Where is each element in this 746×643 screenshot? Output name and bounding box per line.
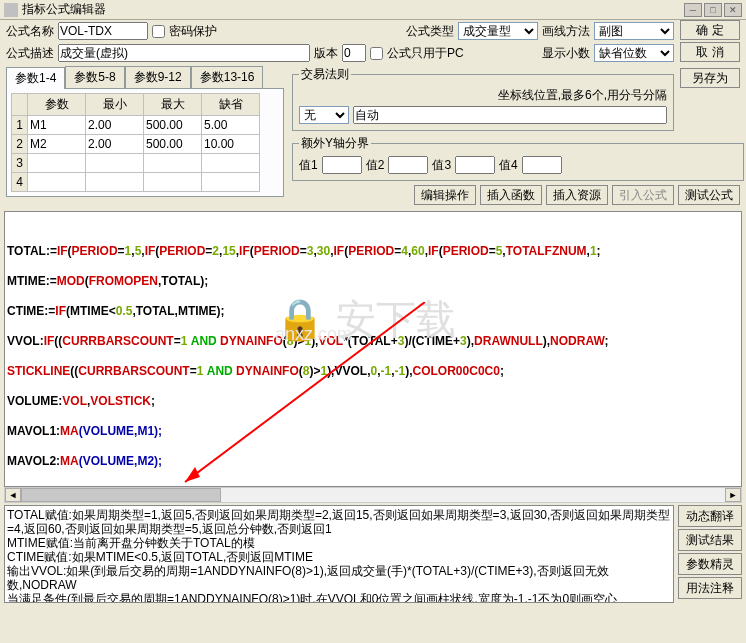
test-button[interactable]: 测试公式 bbox=[678, 185, 740, 205]
quote-button[interactable]: 引入公式 bbox=[612, 185, 674, 205]
param-tabs: 参数1-4 参数5-8 参数9-12 参数13-16 bbox=[0, 66, 290, 88]
col-param: 参数 bbox=[28, 94, 86, 116]
param-row: 3 bbox=[12, 154, 260, 173]
output-line: 当满足条件(到最后交易的周期=1ANDDYNAINFO(8)>1)时,在VVOL… bbox=[7, 592, 671, 603]
param-def-4[interactable] bbox=[202, 173, 259, 191]
type-label: 公式类型 bbox=[406, 23, 454, 40]
testres-button[interactable]: 测试结果 bbox=[678, 529, 742, 551]
rule-hint: 坐标线位置,最多6个,用分号分隔 bbox=[498, 88, 667, 102]
ver-input[interactable] bbox=[342, 44, 366, 62]
param-min-4[interactable] bbox=[86, 173, 143, 191]
y3-label: 值3 bbox=[432, 157, 451, 174]
y3-input[interactable] bbox=[455, 156, 495, 174]
param-min-2[interactable] bbox=[86, 135, 143, 153]
dec-select[interactable]: 缺省位数 bbox=[594, 44, 674, 62]
draw-select[interactable]: 副图 bbox=[594, 22, 674, 40]
cancel-button[interactable]: 取 消 bbox=[680, 42, 740, 62]
scroll-right-icon[interactable]: ► bbox=[725, 488, 741, 502]
output-line: CTIME赋值:如果MTIME<0.5,返回TOTAL,否则返回MTIME bbox=[7, 550, 671, 564]
y1-label: 值1 bbox=[299, 157, 318, 174]
y2-input[interactable] bbox=[388, 156, 428, 174]
horizontal-scrollbar[interactable]: ◄ ► bbox=[4, 487, 742, 503]
window-title: 指标公式编辑器 bbox=[22, 1, 106, 18]
pconly-checkbox[interactable] bbox=[370, 47, 383, 60]
param-row: 4 bbox=[12, 173, 260, 192]
tab-params-5-8[interactable]: 参数5-8 bbox=[65, 66, 124, 88]
type-select[interactable]: 成交量型 bbox=[458, 22, 538, 40]
param-row: 2 bbox=[12, 135, 260, 154]
param-max-2[interactable] bbox=[144, 135, 201, 153]
desc-input[interactable] bbox=[58, 44, 310, 62]
draw-label: 画线方法 bbox=[542, 23, 590, 40]
output-line: 输出VVOL:如果(到最后交易的周期=1ANDDYNAINFO(8)>1),返回… bbox=[7, 564, 671, 592]
close-button[interactable]: ✕ bbox=[724, 3, 742, 17]
dyntrans-button[interactable]: 动态翻译 bbox=[678, 505, 742, 527]
param-max-4[interactable] bbox=[144, 173, 201, 191]
desc-label: 公式描述 bbox=[6, 45, 54, 62]
insres-button[interactable]: 插入资源 bbox=[546, 185, 608, 205]
y2-label: 值2 bbox=[366, 157, 385, 174]
rule-legend: 交易法则 bbox=[299, 66, 351, 83]
usage-button[interactable]: 用法注释 bbox=[678, 577, 742, 599]
param-name-1[interactable] bbox=[28, 116, 85, 134]
rule-mode-select[interactable]: 无 bbox=[299, 106, 349, 124]
y1-input[interactable] bbox=[322, 156, 362, 174]
app-icon bbox=[4, 3, 18, 17]
param-min-1[interactable] bbox=[86, 116, 143, 134]
saveas-button[interactable]: 另存为 bbox=[680, 68, 740, 88]
dec-label: 显示小数 bbox=[542, 45, 590, 62]
y4-label: 值4 bbox=[499, 157, 518, 174]
name-input[interactable] bbox=[58, 22, 148, 40]
minimize-button[interactable]: ─ bbox=[684, 3, 702, 17]
pwd-label: 密码保护 bbox=[169, 23, 217, 40]
tab-params-9-12[interactable]: 参数9-12 bbox=[125, 66, 191, 88]
svg-marker-1 bbox=[185, 467, 200, 482]
scroll-thumb[interactable] bbox=[21, 488, 221, 502]
output-line: TOTAL赋值:如果周期类型=1,返回5,否则返回如果周期类型=2,返回15,否… bbox=[7, 508, 671, 522]
name-label: 公式名称 bbox=[6, 23, 54, 40]
pconly-label: 公式只用于PC bbox=[387, 45, 464, 62]
param-panel: 参数 最小 最大 缺省 1 2 3 4 bbox=[6, 88, 284, 197]
paramwiz-button[interactable]: 参数精灵 bbox=[678, 553, 742, 575]
scroll-left-icon[interactable]: ◄ bbox=[5, 488, 21, 502]
ver-label: 版本 bbox=[314, 45, 338, 62]
rule-group: 交易法则 坐标线位置,最多6个,用分号分隔 无 bbox=[292, 66, 674, 131]
ok-button[interactable]: 确 定 bbox=[680, 20, 740, 40]
param-min-3[interactable] bbox=[86, 154, 143, 172]
rule-auto-input[interactable] bbox=[353, 106, 667, 124]
code-editor[interactable]: 🔒 安下载anxz.com TOTAL:=IF(PERIOD=1,5,IF(PE… bbox=[4, 211, 742, 487]
insfn-button[interactable]: 插入函数 bbox=[480, 185, 542, 205]
yaxis-legend: 额外Y轴分界 bbox=[299, 135, 371, 152]
param-table: 参数 最小 最大 缺省 1 2 3 4 bbox=[11, 93, 260, 192]
param-max-1[interactable] bbox=[144, 116, 201, 134]
col-min: 最小 bbox=[86, 94, 144, 116]
param-def-1[interactable] bbox=[202, 116, 259, 134]
param-max-3[interactable] bbox=[144, 154, 201, 172]
param-name-2[interactable] bbox=[28, 135, 85, 153]
output-line: =4,返回60,否则返回如果周期类型=5,返回总分钟数,否则返回1 bbox=[7, 522, 671, 536]
y4-input[interactable] bbox=[522, 156, 562, 174]
tab-params-1-4[interactable]: 参数1-4 bbox=[6, 67, 65, 89]
maximize-button[interactable]: □ bbox=[704, 3, 722, 17]
yaxis-group: 额外Y轴分界 值1 值2 值3 值4 bbox=[292, 135, 744, 181]
title-bar: 指标公式编辑器 ─ □ ✕ bbox=[0, 0, 746, 20]
editop-button[interactable]: 编辑操作 bbox=[414, 185, 476, 205]
col-def: 缺省 bbox=[202, 94, 260, 116]
pwd-checkbox[interactable] bbox=[152, 25, 165, 38]
output-line: MTIME赋值:当前离开盘分钟数关于TOTAL的模 bbox=[7, 536, 671, 550]
param-row: 1 bbox=[12, 116, 260, 135]
param-name-4[interactable] bbox=[28, 173, 85, 191]
param-def-3[interactable] bbox=[202, 154, 259, 172]
col-max: 最大 bbox=[144, 94, 202, 116]
tab-params-13-16[interactable]: 参数13-16 bbox=[191, 66, 264, 88]
output-panel[interactable]: TOTAL赋值:如果周期类型=1,返回5,否则返回如果周期类型=2,返回15,否… bbox=[4, 505, 674, 603]
param-name-3[interactable] bbox=[28, 154, 85, 172]
param-def-2[interactable] bbox=[202, 135, 259, 153]
